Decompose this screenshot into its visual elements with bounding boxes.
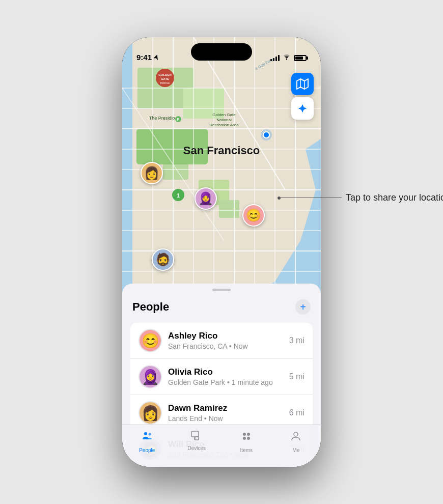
person-item-ashley[interactable]: 😊 Ashley Rico San Francisco, CA • Now [130,323,313,359]
svg-text:Recreation Area: Recreation Area [209,123,239,127]
scene: 9:41 [122,37,321,467]
dawn-location: Lands End • Now [168,414,283,423]
olivia-distance: 5 mi [289,372,304,381]
dawn-name: Dawn Ramirez [168,403,283,413]
status-icons [270,54,307,62]
status-time: 9:41 [136,53,159,62]
svg-point-47 [243,433,246,436]
dawn-avatar: 👩 [139,401,162,425]
person-item-olivia[interactable]: 🧕 Olivia Rico Golden Gate Park • 1 minut… [130,359,313,395]
svg-rect-6 [219,200,239,218]
ashley-avatar: 😊 [139,329,162,352]
svg-text:P: P [177,118,180,121]
ashley-location: San Francisco, CA • Now [168,342,283,350]
time-display: 9:41 [136,53,152,62]
phone-screen: 9:41 [122,37,321,467]
callout-line [281,198,342,198]
svg-text:National: National [216,118,232,122]
wifi-icon [283,54,291,62]
svg-point-51 [294,432,298,436]
sheet-handle [212,289,231,291]
dawn-distance: 6 mi [289,408,304,417]
map-avatar-ashley[interactable]: 😊 [242,204,265,227]
callout-text: Tap to share your location. [346,192,443,203]
svg-text:BRIDGE: BRIDGE [160,81,170,85]
items-icon [240,430,253,442]
sheet-title: People [132,300,169,314]
olivia-info: Olivia Rico Golden Gate Park • 1 minute … [168,367,283,386]
signal-bars-icon [270,55,280,61]
tab-people[interactable]: People [122,430,172,453]
dynamic-island [191,43,252,61]
svg-text:Golden Gate: Golden Gate [212,113,236,117]
svg-text:GATE: GATE [161,77,169,80]
svg-point-43 [148,433,151,436]
svg-point-49 [243,437,246,440]
ashley-info: Ashley Rico San Francisco, CA • Now [168,331,283,350]
dawn-info: Dawn Ramirez Lands End • Now [168,403,283,423]
svg-point-42 [144,432,147,435]
svg-text:1: 1 [177,192,180,199]
me-icon [290,430,302,442]
items-tab-icon [240,430,253,445]
location-arrow-icon [154,54,159,61]
svg-point-48 [247,433,250,436]
location-button[interactable] [291,97,314,120]
callout-annotation: Tap to share your location. [278,192,443,203]
tab-devices[interactable]: Devices [172,430,222,451]
map-icon [296,78,309,90]
olivia-avatar: 🧕 [139,365,162,388]
map-controls [291,73,314,120]
map-avatar-will[interactable]: 🧔 [152,248,174,271]
user-location-dot [263,131,270,138]
add-person-button[interactable]: + [295,299,311,315]
compass-icon [297,103,308,114]
bottom-sheet: People + 😊 Ashley Rico [122,284,321,467]
svg-text:GOLDEN: GOLDEN [158,73,172,76]
people-tab-icon [141,430,153,445]
ashley-distance: 3 mi [289,336,304,345]
battery-icon [294,55,307,61]
me-tab-icon [290,430,302,445]
tab-devices-label: Devices [187,445,206,451]
olivia-name: Olivia Rico [168,367,283,377]
tab-people-label: People [139,447,155,453]
olivia-location: Golden Gate Park • 1 minute ago [168,378,283,386]
map-avatar-dawn[interactable]: 👩 [141,162,163,184]
tab-me-label: Me [292,447,299,453]
ashley-name: Ashley Rico [168,331,283,341]
map-avatar-olivia[interactable]: 🧕 [195,187,217,210]
devices-tab-icon [190,430,203,443]
devices-icon [190,430,203,440]
svg-text:The Presidio: The Presidio [149,116,175,121]
sheet-header: People + [122,299,321,323]
svg-rect-44 [191,431,199,437]
tab-bar: People Devices [122,425,321,467]
wifi-symbol [283,54,291,60]
phone-wrapper: 9:41 [122,37,321,467]
tab-items-label: Items [240,447,253,453]
tab-items[interactable]: Items [222,430,271,453]
map-type-button[interactable] [291,73,314,95]
tab-me[interactable]: Me [271,430,321,453]
people-icon [141,430,153,442]
svg-point-0 [286,59,287,60]
svg-text:San Francisco: San Francisco [183,144,260,157]
phone-frame: 9:41 [122,37,321,467]
svg-point-50 [247,437,250,440]
